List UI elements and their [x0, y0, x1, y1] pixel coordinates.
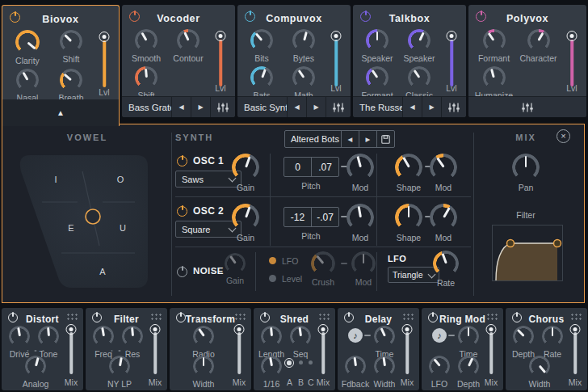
synth-preset-name[interactable]: Altered Bots [285, 131, 341, 147]
knob-speaker-1[interactable]: Speaker [356, 26, 398, 63]
knob-nasal[interactable]: Nasal [6, 65, 49, 103]
knob-analog[interactable]: Analog [18, 356, 53, 389]
power-icon[interactable] [512, 313, 522, 322]
drag-handle-icon[interactable] [487, 314, 498, 320]
knob-radio[interactable]: Radio [186, 326, 221, 359]
preset-next-button[interactable]: ▶ [422, 97, 441, 117]
preset-next-button[interactable]: ▶ [359, 131, 376, 147]
filter-node-right[interactable] [554, 240, 561, 247]
drag-handle-icon[interactable] [319, 314, 330, 320]
preset-prev-button[interactable]: ◀ [402, 97, 422, 117]
osc2-shape-mod-knob[interactable] [430, 204, 457, 231]
mixer-icon[interactable] [441, 97, 466, 117]
knob-shift[interactable]: Shift [49, 27, 93, 65]
mixer-icon[interactable] [521, 103, 534, 112]
level-slider[interactable]: Lvl [444, 31, 459, 93]
knob-math[interactable]: Math [283, 63, 325, 100]
osc1-pitch-fine[interactable]: .07 [311, 158, 338, 176]
drag-handle-icon[interactable] [403, 314, 414, 320]
pan-knob[interactable] [512, 154, 540, 181]
osc1-pitch-semi[interactable]: 0 [284, 158, 311, 176]
osc1-power-icon[interactable] [177, 156, 187, 166]
collapse-button[interactable]: ▲ [2, 99, 119, 126]
knob-speaker-2[interactable]: Speaker [398, 26, 440, 63]
power-icon[interactable] [8, 313, 18, 322]
mixer-icon[interactable] [326, 97, 351, 117]
preset-prev-button[interactable]: ◀ [171, 97, 191, 117]
knob-smooth[interactable]: Smooth [125, 26, 167, 63]
preset-prev-button[interactable]: ◀ [341, 131, 359, 147]
seq-b-radio[interactable] [299, 360, 303, 365]
preset-name[interactable]: The Russell [353, 97, 402, 117]
knob-bytes[interactable]: Bytes [283, 26, 325, 63]
drag-handle-icon[interactable] [151, 314, 162, 320]
knob-width[interactable]: Width [522, 356, 557, 389]
level-slider[interactable]: Lvl [329, 31, 343, 93]
knob-width[interactable]: Width [186, 356, 221, 389]
knob-formant[interactable]: Formant [472, 26, 516, 63]
lfo-wave-select[interactable]: Triangle [388, 267, 439, 283]
filter-curve-display[interactable] [492, 225, 563, 281]
noise-lfo-radio[interactable] [269, 257, 276, 264]
knob-formant[interactable]: Formant [356, 63, 398, 100]
osc2-shape-knob[interactable] [395, 204, 422, 231]
mix-slider[interactable]: Mix [229, 324, 250, 389]
knob-bits[interactable]: Bits [241, 26, 283, 63]
close-icon[interactable]: × [556, 129, 570, 143]
noise-level-radio[interactable] [269, 275, 276, 282]
preset-prev-button[interactable]: ◀ [287, 97, 306, 117]
vowel-cursor[interactable] [86, 209, 100, 224]
mix-slider[interactable]: Mix [481, 324, 502, 389]
noise-mod-knob[interactable] [351, 251, 376, 276]
osc2-pitch-boxes[interactable]: -12 -.07 [284, 207, 339, 227]
knob-classic[interactable]: Classic [398, 63, 440, 100]
power-icon[interactable] [260, 313, 270, 322]
power-icon[interactable] [245, 11, 255, 22]
power-icon[interactable] [92, 313, 102, 322]
osc2-pitch-semi[interactable]: -12 [284, 208, 311, 226]
osc2-gain-knob[interactable] [232, 204, 259, 231]
drag-handle-icon[interactable] [67, 314, 78, 320]
osc2-pitch-fine[interactable]: -.07 [311, 208, 338, 226]
power-icon[interactable] [10, 12, 20, 23]
level-slider[interactable]: Lvl [213, 31, 228, 93]
power-icon[interactable] [344, 313, 354, 322]
knob-clarity[interactable]: Clarity [6, 27, 49, 65]
noise-gain-knob[interactable] [225, 253, 246, 274]
osc1-shape-knob[interactable] [395, 154, 422, 181]
mix-slider[interactable]: Mix [397, 324, 418, 389]
knob-humanize[interactable]: Humanize [472, 63, 516, 100]
osc1-gain-knob[interactable] [232, 154, 259, 181]
seq-a-radio[interactable] [284, 358, 294, 368]
preset-name[interactable]: Bass Grater [122, 97, 171, 117]
osc1-pitch-boxes[interactable]: 0 .07 [284, 157, 339, 177]
save-icon[interactable] [376, 131, 394, 147]
knob-bats[interactable]: Bats [241, 63, 283, 100]
vowel-pad[interactable]: I O E U A [17, 155, 148, 288]
osc1-pitch-mod-knob[interactable] [346, 154, 374, 181]
power-icon[interactable] [176, 313, 186, 322]
power-icon[interactable] [360, 11, 371, 22]
osc1-shape-mod-knob[interactable] [430, 154, 457, 181]
mix-slider[interactable]: Mix [565, 324, 586, 389]
preset-next-button[interactable]: ▶ [191, 97, 210, 117]
knob-character[interactable]: Character [516, 26, 561, 63]
mix-slider[interactable]: Mix [145, 324, 166, 389]
tempo-sync-note-icon[interactable]: ♪ [348, 328, 363, 343]
knob-filter-type[interactable]: NY LP [102, 356, 137, 389]
level-slider[interactable]: Lvl [565, 31, 579, 93]
osc2-power-icon[interactable] [177, 206, 187, 217]
noise-power-icon[interactable] [177, 267, 187, 277]
power-icon[interactable] [129, 11, 140, 22]
drag-handle-icon[interactable] [235, 314, 246, 320]
knob-shift[interactable]: Shift [125, 63, 167, 100]
tempo-sync-note-icon[interactable]: ♪ [432, 328, 447, 343]
noise-crush-knob[interactable] [311, 251, 335, 276]
preset-name[interactable]: Basic Syntax [237, 97, 287, 117]
mix-slider[interactable]: Mix [61, 324, 82, 389]
power-icon[interactable] [476, 11, 486, 22]
level-slider[interactable]: Lvl [97, 32, 111, 97]
osc2-pitch-mod-knob[interactable] [346, 204, 374, 231]
filter-node-left[interactable] [507, 240, 514, 247]
mixer-icon[interactable] [210, 97, 235, 117]
